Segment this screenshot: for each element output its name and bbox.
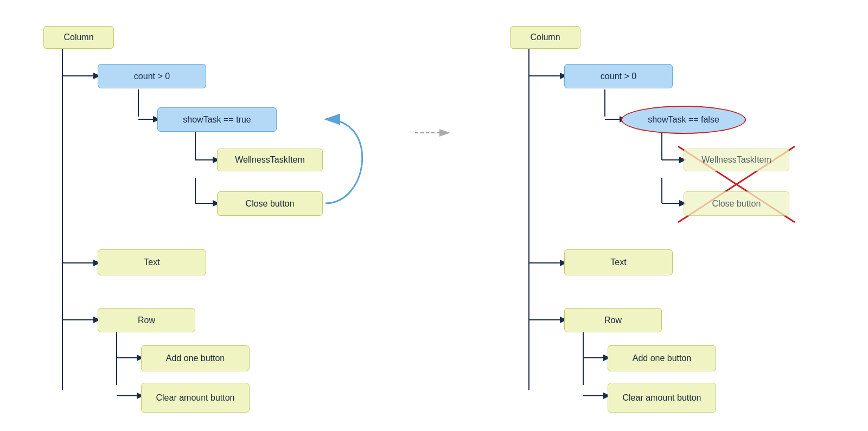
left-clear-label: Clear amount button xyxy=(156,393,235,403)
right-count-node: count > 0 xyxy=(564,64,673,88)
right-close-label: Close button xyxy=(712,199,761,209)
left-addone-node: Add one button xyxy=(141,345,250,371)
right-addone-node: Add one button xyxy=(608,345,716,371)
right-column-label: Column xyxy=(530,33,560,42)
right-close-node: Close button xyxy=(684,191,789,216)
right-text-node: Text xyxy=(564,249,673,275)
right-text-label: Text xyxy=(610,258,626,267)
right-showtask-label: showTask == false xyxy=(648,115,719,125)
left-wellness-node: WellnessTaskItem xyxy=(217,149,323,171)
right-addone-label: Add one button xyxy=(633,353,692,363)
left-text-node: Text xyxy=(98,249,206,275)
left-close-label: Close button xyxy=(246,199,295,209)
left-row-label: Row xyxy=(138,316,155,325)
left-close-node: Close button xyxy=(217,191,323,216)
left-clear-node: Clear amount button xyxy=(141,383,250,413)
diagram-container: Column count > 0 showTask == true Wellne… xyxy=(0,0,868,431)
svg-marker-23 xyxy=(439,129,450,137)
left-showtask-label: showTask == true xyxy=(183,115,251,125)
between-arrow xyxy=(412,16,456,141)
left-count-label: count > 0 xyxy=(134,72,170,81)
right-diagram: Column count > 0 showTask == false Welln… xyxy=(499,16,835,412)
left-column-node: Column xyxy=(43,26,114,49)
left-text-label: Text xyxy=(144,258,159,267)
dashed-arrow-svg xyxy=(412,125,456,141)
right-row-node: Row xyxy=(564,308,662,332)
left-diagram: Column count > 0 showTask == true Wellne… xyxy=(33,16,369,412)
left-showtask-node: showTask == true xyxy=(157,107,277,132)
right-clear-label: Clear amount button xyxy=(623,393,701,403)
left-addone-label: Add one button xyxy=(166,353,225,363)
right-wellness-node: WellnessTaskItem xyxy=(684,149,789,171)
right-clear-node: Clear amount button xyxy=(608,383,716,413)
right-row-label: Row xyxy=(604,316,622,325)
right-wellness-label: WellnessTaskItem xyxy=(701,155,771,165)
left-column-label: Column xyxy=(63,33,93,42)
right-count-label: count > 0 xyxy=(601,72,636,81)
right-column-node: Column xyxy=(510,26,580,49)
left-count-node: count > 0 xyxy=(98,64,206,88)
left-row-node: Row xyxy=(98,308,195,332)
right-showtask-node: showTask == false xyxy=(621,106,746,134)
left-wellness-label: WellnessTaskItem xyxy=(235,155,305,165)
